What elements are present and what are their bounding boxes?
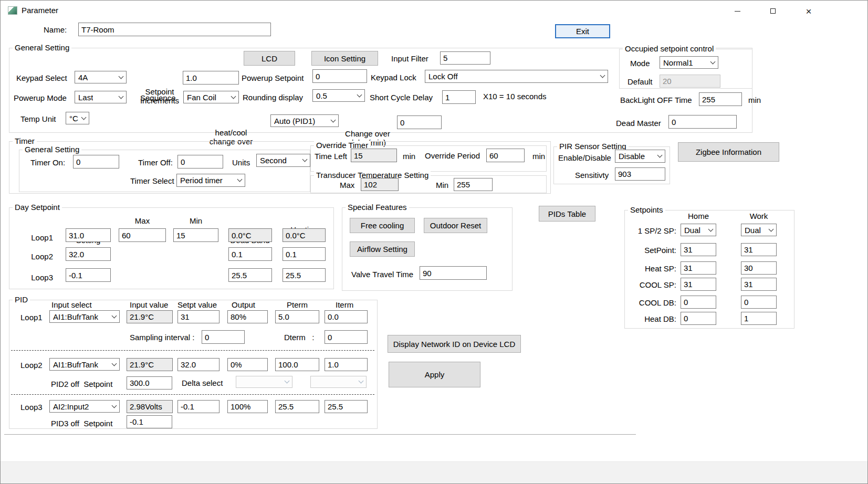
- loop3-day-input[interactable]: [66, 268, 111, 282]
- loop2-cooling-deadband[interactable]: [228, 247, 272, 261]
- sampling-interval-label: Sampling interval :: [130, 333, 194, 342]
- cool-sp-work-input[interactable]: [741, 278, 777, 291]
- loop2-heating-deadband[interactable]: [283, 247, 326, 261]
- pid-loop3-setpt-input[interactable]: [177, 400, 219, 413]
- heat-sp-work-input[interactable]: [741, 261, 777, 275]
- powerup-mode-dropdown[interactable]: Last: [75, 91, 127, 103]
- pir-sensitivity-input[interactable]: [615, 167, 665, 181]
- dterm-input[interactable]: [325, 330, 368, 344]
- transducer-min-input[interactable]: [454, 178, 493, 191]
- chevron-down-icon: [285, 378, 290, 384]
- heat-sp-home-input[interactable]: [681, 261, 716, 275]
- pids-table-button[interactable]: PIDs Table: [539, 206, 595, 222]
- pid-loop1-pterm-input[interactable]: [275, 310, 319, 323]
- heat-db-home-input[interactable]: [681, 312, 716, 325]
- pid-loop3-iterm-input[interactable]: [325, 400, 368, 413]
- setpoint-work-input[interactable]: [741, 243, 777, 256]
- free-cooling-button[interactable]: Free cooling: [350, 218, 415, 233]
- setpoint-increments-input[interactable]: [183, 71, 239, 85]
- cool-db-work-input[interactable]: [741, 296, 777, 309]
- delta-select-dropdown-1[interactable]: [236, 376, 292, 388]
- loop3-heating-deadband[interactable]: [283, 268, 326, 282]
- pid3-off-setpoint-label: PID3 off Setpoint: [51, 419, 112, 428]
- occupied-mode-dropdown[interactable]: Normal1: [660, 56, 718, 69]
- temp-unit-dropdown[interactable]: °C: [66, 112, 89, 124]
- backlight-off-time-input[interactable]: [699, 92, 742, 106]
- loop1-day-input[interactable]: [66, 228, 111, 242]
- dead-master-input[interactable]: [668, 115, 737, 129]
- apply-button[interactable]: Apply: [389, 362, 480, 387]
- backlight-off-time-label: BackLight OFF Time: [620, 96, 692, 104]
- change-over-delay-input[interactable]: [397, 115, 442, 129]
- timer-group-label: Timer: [13, 136, 37, 145]
- valve-travel-time-input[interactable]: [420, 266, 487, 280]
- powerup-setpoint-input[interactable]: [312, 69, 367, 83]
- sp-mode-work-dropdown[interactable]: Dual: [741, 224, 777, 236]
- loop2-day-input[interactable]: [66, 247, 111, 261]
- pid2-off-setpoint-label: PID2 off Setpoint: [51, 380, 112, 388]
- pid-loop1-iterm-input[interactable]: [325, 310, 368, 323]
- pid3-off-setpoint-input[interactable]: [127, 415, 172, 428]
- minimize-button[interactable]: [725, 1, 749, 22]
- pid-loop2-iterm-input[interactable]: [325, 358, 368, 371]
- keypad-lock-dropdown[interactable]: Lock Off: [425, 70, 608, 83]
- timer-on-input[interactable]: [73, 155, 119, 169]
- pir-enable-label: Enable/Disable: [558, 153, 611, 162]
- sampling-interval-input[interactable]: [202, 330, 245, 344]
- icon-setting-button[interactable]: Icon Setting: [311, 51, 378, 66]
- max-header: Max: [119, 216, 166, 225]
- maximize-button[interactable]: [761, 1, 785, 22]
- name-input[interactable]: [78, 23, 271, 36]
- timer-off-input[interactable]: [177, 155, 223, 169]
- day-setpoint-group-label: Day Setpoint: [13, 203, 62, 212]
- override-period-label: Override Period: [425, 151, 480, 160]
- pid-loop1-output-input[interactable]: [227, 310, 268, 323]
- delta-select-dropdown-2[interactable]: [310, 376, 367, 388]
- pid-loop3-output-input[interactable]: [227, 400, 268, 413]
- pid-loop3-input-select-dropdown[interactable]: AI2:Input2: [49, 400, 120, 413]
- pid-loop2-pterm-input[interactable]: [275, 358, 319, 371]
- exit-button[interactable]: Exit: [555, 24, 610, 38]
- pid-loop1-setpt-input[interactable]: [177, 310, 219, 323]
- input-filter-input[interactable]: [440, 51, 490, 65]
- pid-loop1-input-select-dropdown[interactable]: AI1:BufrTank: [49, 310, 120, 323]
- pid-loop3-pterm-input[interactable]: [275, 400, 319, 413]
- chevron-down-icon: [302, 157, 308, 162]
- cool-sp-home-input[interactable]: [681, 278, 716, 291]
- loop3-cooling-deadband[interactable]: [228, 268, 272, 282]
- pid-loop1-input-value: [127, 310, 173, 323]
- timer-select-dropdown[interactable]: Period timer: [176, 174, 245, 187]
- sequence-dropdown[interactable]: Fan Coil: [183, 91, 239, 103]
- loop1-heating-deadband: [283, 228, 326, 242]
- mode-label: Mode: [630, 59, 650, 68]
- pid2-off-setpoint-input[interactable]: [127, 376, 172, 390]
- heat-cool-change-over-dropdown[interactable]: Auto (PID1): [270, 114, 339, 127]
- pid-separator-1: [11, 350, 374, 351]
- outdoor-reset-button[interactable]: Outdoor Reset: [424, 218, 487, 233]
- bottom-separator: [4, 434, 636, 435]
- loop1-max-input[interactable]: [119, 228, 166, 242]
- short-cycle-delay-input[interactable]: [442, 90, 476, 104]
- window-title: Parameter: [22, 6, 58, 15]
- loop1-label: Loop1: [16, 233, 53, 242]
- display-network-id-button[interactable]: Display Network ID on Device LCD: [388, 335, 521, 353]
- override-period-input[interactable]: [486, 149, 525, 162]
- keypad-select-dropdown[interactable]: 4A: [75, 71, 127, 83]
- airflow-setting-button[interactable]: Airflow Setting: [350, 241, 415, 257]
- close-button[interactable]: ×: [797, 1, 821, 22]
- pid-loop3-input-value: [127, 400, 173, 413]
- pir-enable-dropdown[interactable]: Disable: [615, 150, 665, 163]
- pid-loop2-output-input[interactable]: [227, 358, 268, 371]
- loop1-min-input[interactable]: [173, 228, 218, 242]
- cool-db-home-input[interactable]: [681, 296, 716, 309]
- rounding-display-dropdown[interactable]: 0.5: [312, 89, 365, 102]
- sp-mode-home-dropdown[interactable]: Dual: [681, 224, 716, 236]
- units-dropdown[interactable]: Second: [256, 154, 310, 167]
- pid-loop2-input-select-dropdown[interactable]: AI1:BufrTank: [49, 358, 120, 371]
- zigbee-information-button[interactable]: Zigbee Information: [678, 142, 779, 162]
- lcd-button[interactable]: LCD: [244, 51, 295, 66]
- dead-master-label: Dead Master: [616, 119, 661, 128]
- setpoint-home-input[interactable]: [681, 243, 716, 256]
- pid-loop2-setpt-input[interactable]: [177, 358, 219, 371]
- heat-db-work-input[interactable]: [741, 312, 777, 325]
